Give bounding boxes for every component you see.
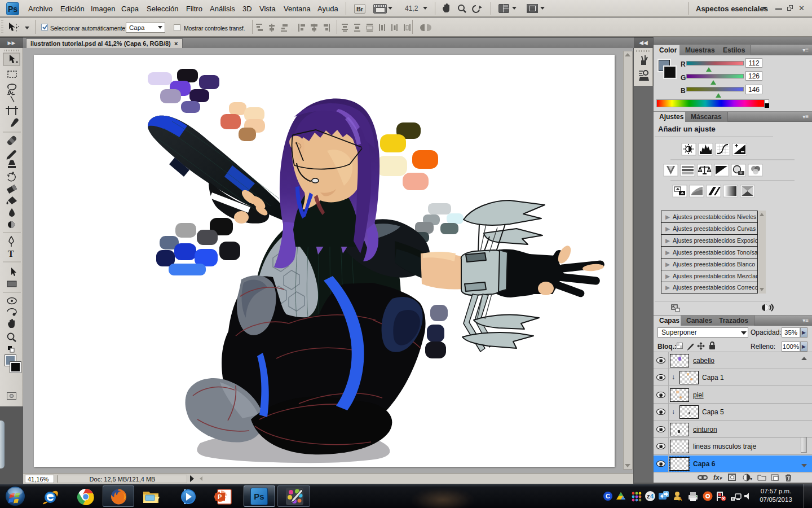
svg-text:4: 4	[650, 493, 654, 500]
svg-text:▾: ▾	[750, 476, 752, 481]
svg-text:P: P	[218, 493, 222, 500]
svg-text:C: C	[606, 493, 610, 500]
svg-text:A: A	[678, 496, 682, 502]
svg-text:T: T	[8, 249, 14, 259]
